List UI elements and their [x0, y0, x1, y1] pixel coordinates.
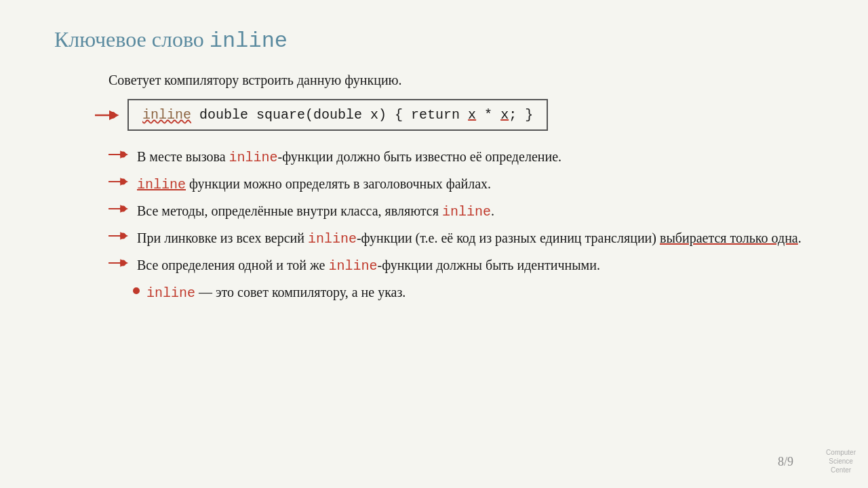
- bullet-text: При линковке из всех версий inline-функц…: [137, 228, 802, 249]
- bullet-text: inline — это совет компилятору, а не ука…: [146, 283, 406, 303]
- bullet-text: Все определения одной и той же inline-фу…: [137, 256, 600, 276]
- code-inline-keyword: inline: [142, 107, 191, 123]
- code-arrow-icon: [95, 109, 119, 121]
- bullet-text: inline функции можно определять в заголо…: [137, 174, 491, 195]
- bullet-arrow-icon: [108, 149, 130, 160]
- emphasis-text: выбирается только одна: [660, 230, 798, 245]
- slide-number: 8/9: [778, 455, 793, 469]
- subtitle-text: Советует компилятору встроить данную фун…: [108, 73, 814, 88]
- title-prefix: Ключевое слово: [54, 27, 210, 52]
- csc-line3: Center: [826, 466, 856, 474]
- inline-keyword: inline: [308, 231, 357, 247]
- code-x2: x: [500, 107, 509, 123]
- list-item: Все определения одной и той же inline-фу…: [108, 256, 814, 276]
- bullet-list: В месте вызова inline-функции должно быт…: [108, 147, 814, 303]
- list-item: inline — это совет компилятору, а не ука…: [133, 283, 814, 303]
- code-mult: *: [476, 107, 500, 123]
- inline-keyword: inline: [146, 285, 195, 301]
- csc-line1: Computer: [826, 448, 856, 457]
- bullet-text: В месте вызова inline-функции должно быт…: [137, 147, 561, 167]
- slide: Ключевое слово inline Советует компилято…: [0, 0, 868, 488]
- bullet-dot-icon: [133, 287, 140, 294]
- code-example: inline double square(double x) { return …: [127, 99, 548, 131]
- inline-keyword: inline: [137, 177, 186, 192]
- bullet-arrow-icon: [108, 230, 130, 241]
- code-end: ; }: [509, 107, 533, 123]
- list-item: Все методы, определённые внутри класса, …: [108, 201, 814, 222]
- list-item: В месте вызова inline-функции должно быт…: [108, 147, 814, 167]
- bullet-text: Все методы, определённые внутри класса, …: [137, 201, 494, 222]
- code-main: double square(double x) { return: [191, 107, 468, 123]
- csc-logo: Computer Science Center: [826, 448, 856, 474]
- inline-keyword: inline: [442, 204, 491, 220]
- code-block-wrapper: inline double square(double x) { return …: [95, 99, 814, 131]
- bullet-arrow-icon: [108, 258, 130, 268]
- list-item: inline функции можно определять в заголо…: [108, 174, 814, 195]
- inline-keyword: inline: [329, 258, 378, 274]
- list-item: При линковке из всех версий inline-функц…: [108, 228, 814, 249]
- title-keyword: inline: [210, 28, 288, 54]
- bullet-arrow-icon: [108, 176, 130, 187]
- slide-title: Ключевое слово inline: [54, 27, 814, 54]
- bullet-arrow-icon: [108, 203, 130, 214]
- csc-line2: Science: [826, 457, 856, 466]
- inline-keyword: inline: [229, 150, 278, 165]
- code-x1: x: [468, 107, 476, 123]
